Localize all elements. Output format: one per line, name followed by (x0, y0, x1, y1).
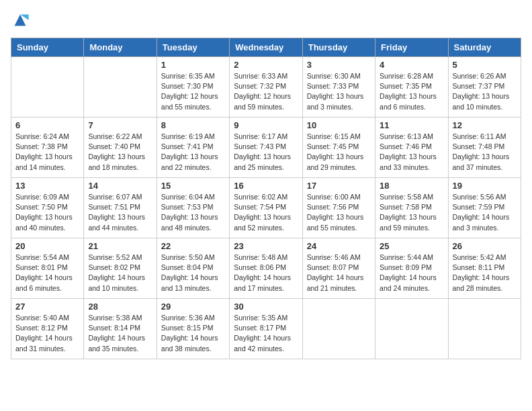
day-info: Sunrise: 5:52 AM Sunset: 8:02 PM Dayligh… (88, 253, 152, 293)
day-info: Sunrise: 5:42 AM Sunset: 8:11 PM Dayligh… (453, 253, 517, 293)
calendar-cell: 29Sunrise: 5:36 AM Sunset: 8:15 PM Dayli… (157, 299, 229, 359)
day-number: 27 (15, 302, 79, 312)
day-number: 13 (15, 181, 79, 191)
calendar-cell: 23Sunrise: 5:48 AM Sunset: 8:06 PM Dayli… (230, 238, 302, 299)
day-number: 25 (380, 241, 443, 251)
day-number: 21 (88, 241, 152, 251)
day-info: Sunrise: 5:56 AM Sunset: 7:59 PM Dayligh… (453, 192, 517, 233)
day-number: 16 (234, 181, 298, 191)
day-info: Sunrise: 6:24 AM Sunset: 7:38 PM Dayligh… (15, 132, 79, 173)
calendar-week-1: 1Sunrise: 6:35 AM Sunset: 7:30 PM Daylig… (11, 57, 521, 118)
day-number: 22 (161, 241, 225, 251)
day-info: Sunrise: 6:35 AM Sunset: 7:30 PM Dayligh… (161, 71, 225, 112)
day-number: 1 (161, 60, 225, 70)
calendar-week-4: 20Sunrise: 5:54 AM Sunset: 8:01 PM Dayli… (11, 238, 521, 299)
day-info: Sunrise: 6:13 AM Sunset: 7:46 PM Dayligh… (380, 132, 443, 173)
calendar-cell (11, 57, 84, 118)
day-number: 30 (234, 302, 298, 312)
day-number: 19 (453, 181, 517, 191)
day-info: Sunrise: 5:54 AM Sunset: 8:01 PM Dayligh… (15, 253, 79, 293)
day-number: 12 (453, 120, 517, 130)
calendar-cell: 14Sunrise: 6:07 AM Sunset: 7:51 PM Dayli… (84, 178, 157, 238)
day-info: Sunrise: 6:28 AM Sunset: 7:35 PM Dayligh… (380, 71, 443, 112)
day-number: 14 (88, 181, 152, 191)
calendar-cell (375, 299, 448, 359)
day-number: 17 (307, 181, 371, 191)
calendar-cell: 18Sunrise: 5:58 AM Sunset: 7:58 PM Dayli… (375, 178, 448, 238)
weekday-header-wednesday: Wednesday (230, 38, 302, 57)
day-info: Sunrise: 6:33 AM Sunset: 7:32 PM Dayligh… (234, 71, 298, 112)
day-info: Sunrise: 5:48 AM Sunset: 8:06 PM Dayligh… (234, 253, 298, 293)
day-number: 26 (453, 241, 517, 251)
weekday-header-monday: Monday (84, 38, 157, 57)
day-number: 9 (234, 120, 298, 130)
day-number: 20 (15, 241, 79, 251)
day-info: Sunrise: 6:00 AM Sunset: 7:56 PM Dayligh… (307, 192, 371, 233)
calendar-week-2: 6Sunrise: 6:24 AM Sunset: 7:38 PM Daylig… (11, 118, 521, 178)
day-number: 28 (88, 302, 152, 312)
day-number: 4 (380, 60, 443, 70)
header (11, 11, 521, 30)
weekday-header-saturday: Saturday (448, 38, 521, 57)
day-info: Sunrise: 6:04 AM Sunset: 7:53 PM Dayligh… (161, 192, 225, 233)
day-number: 5 (453, 60, 517, 70)
logo (11, 11, 32, 30)
day-info: Sunrise: 6:02 AM Sunset: 7:54 PM Dayligh… (234, 192, 298, 233)
day-info: Sunrise: 6:07 AM Sunset: 7:51 PM Dayligh… (88, 192, 152, 233)
day-number: 8 (161, 120, 225, 130)
calendar-cell: 25Sunrise: 5:44 AM Sunset: 8:09 PM Dayli… (375, 238, 448, 299)
calendar-week-3: 13Sunrise: 6:09 AM Sunset: 7:50 PM Dayli… (11, 178, 521, 238)
day-info: Sunrise: 5:35 AM Sunset: 8:17 PM Dayligh… (234, 313, 298, 354)
weekday-header-sunday: Sunday (11, 38, 84, 57)
calendar-cell: 9Sunrise: 6:17 AM Sunset: 7:43 PM Daylig… (230, 118, 302, 178)
calendar-cell: 4Sunrise: 6:28 AM Sunset: 7:35 PM Daylig… (375, 57, 448, 118)
day-number: 24 (307, 241, 371, 251)
calendar-cell: 10Sunrise: 6:15 AM Sunset: 7:45 PM Dayli… (302, 118, 375, 178)
calendar-cell: 19Sunrise: 5:56 AM Sunset: 7:59 PM Dayli… (448, 178, 521, 238)
day-info: Sunrise: 5:38 AM Sunset: 8:14 PM Dayligh… (88, 313, 152, 354)
calendar-cell: 22Sunrise: 5:50 AM Sunset: 8:04 PM Dayli… (157, 238, 229, 299)
day-number: 11 (380, 120, 443, 130)
day-info: Sunrise: 5:44 AM Sunset: 8:09 PM Dayligh… (380, 253, 443, 293)
calendar-cell (302, 299, 375, 359)
calendar-cell: 15Sunrise: 6:04 AM Sunset: 7:53 PM Dayli… (157, 178, 229, 238)
calendar-cell: 11Sunrise: 6:13 AM Sunset: 7:46 PM Dayli… (375, 118, 448, 178)
calendar-cell: 5Sunrise: 6:26 AM Sunset: 7:37 PM Daylig… (448, 57, 521, 118)
calendar-cell: 27Sunrise: 5:40 AM Sunset: 8:12 PM Dayli… (11, 299, 84, 359)
calendar-cell: 24Sunrise: 5:46 AM Sunset: 8:07 PM Dayli… (302, 238, 375, 299)
calendar-cell: 12Sunrise: 6:11 AM Sunset: 7:48 PM Dayli… (448, 118, 521, 178)
day-info: Sunrise: 5:36 AM Sunset: 8:15 PM Dayligh… (161, 313, 225, 354)
day-number: 15 (161, 181, 225, 191)
day-info: Sunrise: 6:22 AM Sunset: 7:40 PM Dayligh… (88, 132, 152, 173)
calendar-cell: 6Sunrise: 6:24 AM Sunset: 7:38 PM Daylig… (11, 118, 84, 178)
calendar-week-5: 27Sunrise: 5:40 AM Sunset: 8:12 PM Dayli… (11, 299, 521, 359)
calendar-cell: 26Sunrise: 5:42 AM Sunset: 8:11 PM Dayli… (448, 238, 521, 299)
day-number: 3 (307, 60, 371, 70)
day-info: Sunrise: 5:58 AM Sunset: 7:58 PM Dayligh… (380, 192, 443, 233)
calendar: SundayMondayTuesdayWednesdayThursdayFrid… (11, 38, 521, 359)
day-info: Sunrise: 6:11 AM Sunset: 7:48 PM Dayligh… (453, 132, 517, 173)
day-info: Sunrise: 5:46 AM Sunset: 8:07 PM Dayligh… (307, 253, 371, 293)
day-number: 2 (234, 60, 298, 70)
logo-icon (11, 11, 30, 30)
calendar-cell: 21Sunrise: 5:52 AM Sunset: 8:02 PM Dayli… (84, 238, 157, 299)
day-number: 18 (380, 181, 443, 191)
weekday-header-friday: Friday (375, 38, 448, 57)
calendar-cell: 20Sunrise: 5:54 AM Sunset: 8:01 PM Dayli… (11, 238, 84, 299)
weekday-header-thursday: Thursday (302, 38, 375, 57)
day-info: Sunrise: 6:26 AM Sunset: 7:37 PM Dayligh… (453, 71, 517, 112)
calendar-cell: 1Sunrise: 6:35 AM Sunset: 7:30 PM Daylig… (157, 57, 229, 118)
day-info: Sunrise: 6:15 AM Sunset: 7:45 PM Dayligh… (307, 132, 371, 173)
calendar-cell: 8Sunrise: 6:19 AM Sunset: 7:41 PM Daylig… (157, 118, 229, 178)
day-info: Sunrise: 6:30 AM Sunset: 7:33 PM Dayligh… (307, 71, 371, 112)
calendar-cell: 30Sunrise: 5:35 AM Sunset: 8:17 PM Dayli… (230, 299, 302, 359)
day-info: Sunrise: 6:17 AM Sunset: 7:43 PM Dayligh… (234, 132, 298, 173)
day-number: 29 (161, 302, 225, 312)
calendar-cell: 17Sunrise: 6:00 AM Sunset: 7:56 PM Dayli… (302, 178, 375, 238)
calendar-cell: 2Sunrise: 6:33 AM Sunset: 7:32 PM Daylig… (230, 57, 302, 118)
calendar-cell: 7Sunrise: 6:22 AM Sunset: 7:40 PM Daylig… (84, 118, 157, 178)
day-number: 6 (15, 120, 79, 130)
calendar-cell: 13Sunrise: 6:09 AM Sunset: 7:50 PM Dayli… (11, 178, 84, 238)
weekday-header-tuesday: Tuesday (157, 38, 229, 57)
day-info: Sunrise: 5:40 AM Sunset: 8:12 PM Dayligh… (15, 313, 79, 354)
